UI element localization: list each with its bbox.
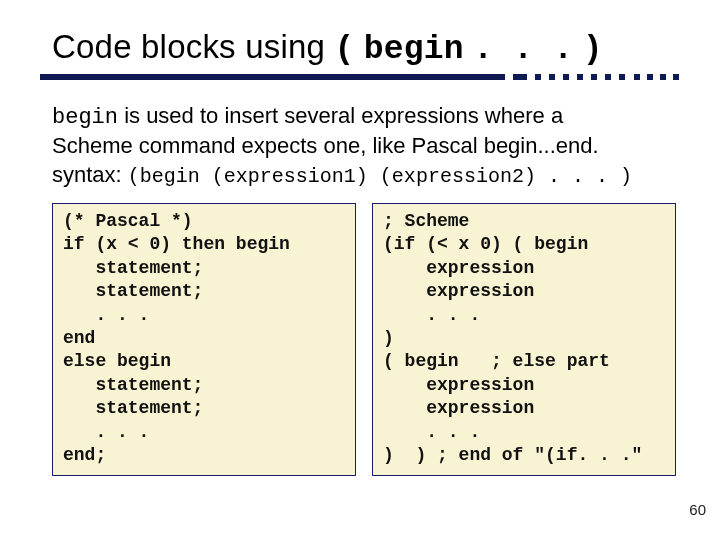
code-columns: (* Pascal *) if (x < 0) then begin state… xyxy=(52,203,676,476)
title-dots: . . . xyxy=(473,31,573,68)
slide-title: Code blocks using ( begin . . . ) xyxy=(52,28,676,68)
intro-line1: begin is used to insert several expressi… xyxy=(52,102,676,132)
code-scheme: ; Scheme (if (< x 0) ( begin expression … xyxy=(383,210,665,467)
accent-underline xyxy=(40,74,684,80)
body-text: begin is used to insert several expressi… xyxy=(52,102,676,189)
slide: Code blocks using ( begin . . . ) begin … xyxy=(0,0,720,540)
title-paren-open: ( xyxy=(334,31,354,68)
accent-dots xyxy=(491,74,641,80)
code-box-scheme: ; Scheme (if (< x 0) ( begin expression … xyxy=(372,203,676,476)
syntax-code: (begin (expression1) (expression2) . . .… xyxy=(128,165,632,188)
intro-line2: Scheme command expects one, like Pascal … xyxy=(52,132,676,160)
title-prefix: Code blocks using xyxy=(52,28,325,65)
page-number: 60 xyxy=(689,501,706,518)
code-box-pascal: (* Pascal *) if (x < 0) then begin state… xyxy=(52,203,356,476)
syntax-label: syntax: xyxy=(52,162,122,187)
title-keyword: begin xyxy=(364,31,464,68)
intro-rest1: is used to insert several expressions wh… xyxy=(118,103,563,128)
syntax-line: syntax: (begin (expression1) (expression… xyxy=(52,161,676,189)
intro-keyword: begin xyxy=(52,105,118,130)
title-paren-close: ) xyxy=(583,31,603,68)
code-pascal: (* Pascal *) if (x < 0) then begin state… xyxy=(63,210,345,467)
